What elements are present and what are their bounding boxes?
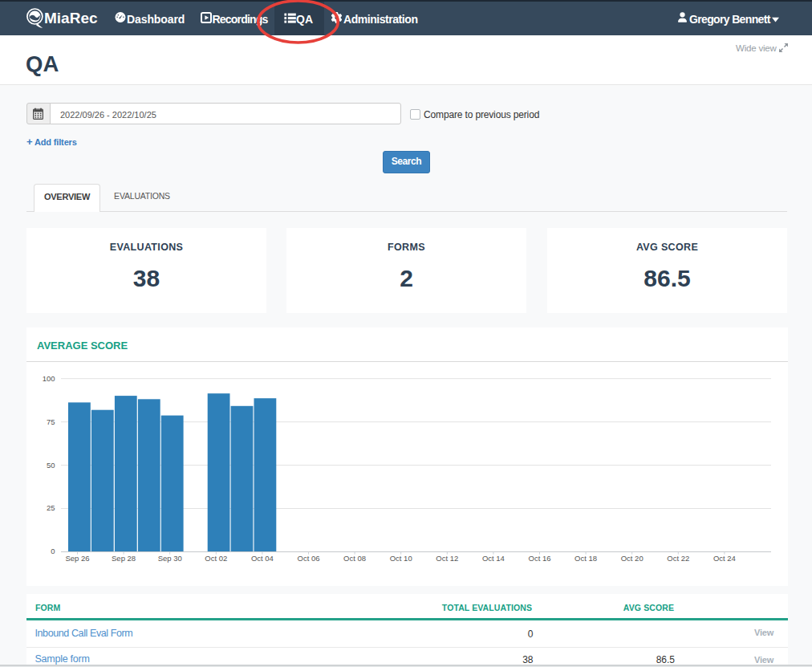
- svg-text:Oct 08: Oct 08: [343, 554, 366, 563]
- svg-text:Oct 16: Oct 16: [529, 554, 551, 563]
- svg-text:25: 25: [47, 503, 55, 512]
- svg-text:Sep 28: Sep 28: [112, 554, 136, 563]
- svg-text:Oct 14: Oct 14: [482, 554, 505, 563]
- svg-text:Oct 04: Oct 04: [251, 554, 274, 563]
- svg-text:Oct 22: Oct 22: [667, 554, 689, 563]
- svg-text:Oct 02: Oct 02: [205, 554, 227, 563]
- svg-text:Oct 10: Oct 10: [390, 554, 412, 563]
- svg-text:50: 50: [47, 461, 55, 470]
- svg-text:Sep 26: Sep 26: [65, 554, 89, 563]
- svg-text:Oct 24: Oct 24: [713, 554, 736, 563]
- svg-text:Oct 18: Oct 18: [574, 554, 597, 563]
- svg-text:Oct 06: Oct 06: [298, 554, 320, 563]
- svg-text:0: 0: [51, 547, 55, 555]
- svg-text:Oct 12: Oct 12: [436, 554, 458, 563]
- svg-text:75: 75: [47, 417, 55, 426]
- svg-text:Oct 20: Oct 20: [621, 554, 644, 563]
- svg-text:Sep 30: Sep 30: [158, 554, 182, 563]
- svg-text:100: 100: [43, 374, 55, 383]
